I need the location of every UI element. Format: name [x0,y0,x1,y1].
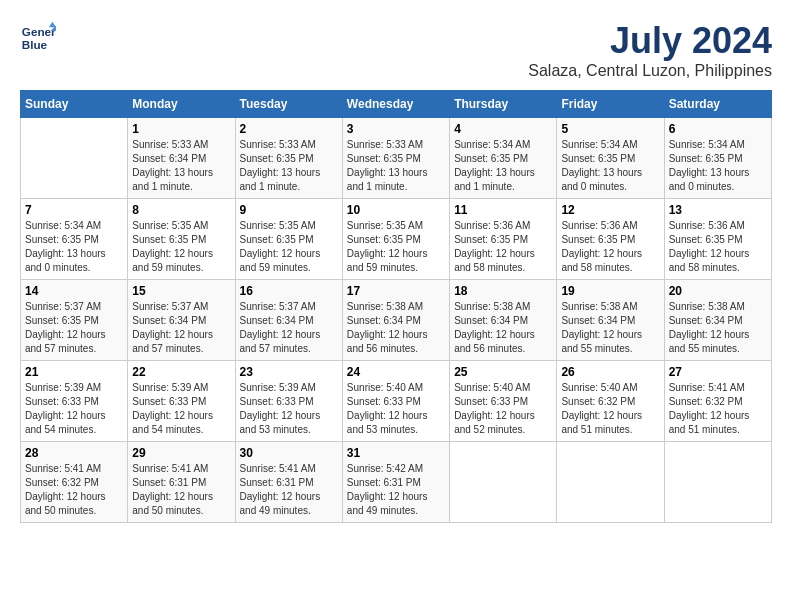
calendar-cell: 23Sunrise: 5:39 AMSunset: 6:33 PMDayligh… [235,361,342,442]
day-number: 9 [240,203,338,217]
page-header: General Blue July 2024 Salaza, Central L… [20,20,772,80]
day-number: 13 [669,203,767,217]
day-number: 7 [25,203,123,217]
day-header-friday: Friday [557,91,664,118]
day-number: 18 [454,284,552,298]
calendar-table: SundayMondayTuesdayWednesdayThursdayFrid… [20,90,772,523]
day-info: Sunrise: 5:42 AMSunset: 6:31 PMDaylight:… [347,462,445,518]
calendar-cell: 20Sunrise: 5:38 AMSunset: 6:34 PMDayligh… [664,280,771,361]
day-info: Sunrise: 5:41 AMSunset: 6:32 PMDaylight:… [25,462,123,518]
day-number: 23 [240,365,338,379]
calendar-cell: 28Sunrise: 5:41 AMSunset: 6:32 PMDayligh… [21,442,128,523]
day-number: 22 [132,365,230,379]
day-number: 27 [669,365,767,379]
header-row: SundayMondayTuesdayWednesdayThursdayFrid… [21,91,772,118]
day-info: Sunrise: 5:41 AMSunset: 6:31 PMDaylight:… [132,462,230,518]
calendar-cell: 19Sunrise: 5:38 AMSunset: 6:34 PMDayligh… [557,280,664,361]
day-info: Sunrise: 5:40 AMSunset: 6:33 PMDaylight:… [454,381,552,437]
day-number: 6 [669,122,767,136]
day-info: Sunrise: 5:35 AMSunset: 6:35 PMDaylight:… [132,219,230,275]
day-number: 4 [454,122,552,136]
calendar-cell: 6Sunrise: 5:34 AMSunset: 6:35 PMDaylight… [664,118,771,199]
day-number: 29 [132,446,230,460]
day-number: 8 [132,203,230,217]
day-number: 2 [240,122,338,136]
day-info: Sunrise: 5:36 AMSunset: 6:35 PMDaylight:… [561,219,659,275]
day-number: 1 [132,122,230,136]
day-number: 16 [240,284,338,298]
day-number: 10 [347,203,445,217]
day-header-monday: Monday [128,91,235,118]
title-block: July 2024 Salaza, Central Luzon, Philipp… [528,20,772,80]
calendar-cell [557,442,664,523]
day-number: 25 [454,365,552,379]
calendar-cell: 15Sunrise: 5:37 AMSunset: 6:34 PMDayligh… [128,280,235,361]
day-info: Sunrise: 5:34 AMSunset: 6:35 PMDaylight:… [454,138,552,194]
calendar-cell: 8Sunrise: 5:35 AMSunset: 6:35 PMDaylight… [128,199,235,280]
calendar-cell [21,118,128,199]
day-info: Sunrise: 5:35 AMSunset: 6:35 PMDaylight:… [347,219,445,275]
day-number: 17 [347,284,445,298]
calendar-cell: 11Sunrise: 5:36 AMSunset: 6:35 PMDayligh… [450,199,557,280]
calendar-cell: 10Sunrise: 5:35 AMSunset: 6:35 PMDayligh… [342,199,449,280]
calendar-cell: 27Sunrise: 5:41 AMSunset: 6:32 PMDayligh… [664,361,771,442]
day-number: 5 [561,122,659,136]
calendar-cell: 30Sunrise: 5:41 AMSunset: 6:31 PMDayligh… [235,442,342,523]
day-header-sunday: Sunday [21,91,128,118]
subtitle: Salaza, Central Luzon, Philippines [528,62,772,80]
day-number: 15 [132,284,230,298]
day-info: Sunrise: 5:41 AMSunset: 6:31 PMDaylight:… [240,462,338,518]
calendar-cell: 26Sunrise: 5:40 AMSunset: 6:32 PMDayligh… [557,361,664,442]
calendar-cell: 13Sunrise: 5:36 AMSunset: 6:35 PMDayligh… [664,199,771,280]
day-info: Sunrise: 5:37 AMSunset: 6:34 PMDaylight:… [132,300,230,356]
calendar-cell: 25Sunrise: 5:40 AMSunset: 6:33 PMDayligh… [450,361,557,442]
day-info: Sunrise: 5:34 AMSunset: 6:35 PMDaylight:… [25,219,123,275]
day-info: Sunrise: 5:39 AMSunset: 6:33 PMDaylight:… [132,381,230,437]
logo: General Blue [20,20,56,56]
calendar-cell: 12Sunrise: 5:36 AMSunset: 6:35 PMDayligh… [557,199,664,280]
day-number: 21 [25,365,123,379]
day-number: 30 [240,446,338,460]
calendar-cell: 1Sunrise: 5:33 AMSunset: 6:34 PMDaylight… [128,118,235,199]
logo-icon: General Blue [20,20,56,56]
calendar-cell: 9Sunrise: 5:35 AMSunset: 6:35 PMDaylight… [235,199,342,280]
calendar-cell: 7Sunrise: 5:34 AMSunset: 6:35 PMDaylight… [21,199,128,280]
day-number: 14 [25,284,123,298]
day-info: Sunrise: 5:37 AMSunset: 6:35 PMDaylight:… [25,300,123,356]
day-info: Sunrise: 5:36 AMSunset: 6:35 PMDaylight:… [669,219,767,275]
day-number: 24 [347,365,445,379]
calendar-cell: 31Sunrise: 5:42 AMSunset: 6:31 PMDayligh… [342,442,449,523]
day-info: Sunrise: 5:38 AMSunset: 6:34 PMDaylight:… [669,300,767,356]
calendar-cell: 18Sunrise: 5:38 AMSunset: 6:34 PMDayligh… [450,280,557,361]
day-info: Sunrise: 5:33 AMSunset: 6:35 PMDaylight:… [240,138,338,194]
day-header-thursday: Thursday [450,91,557,118]
day-info: Sunrise: 5:33 AMSunset: 6:35 PMDaylight:… [347,138,445,194]
week-row-3: 14Sunrise: 5:37 AMSunset: 6:35 PMDayligh… [21,280,772,361]
day-info: Sunrise: 5:37 AMSunset: 6:34 PMDaylight:… [240,300,338,356]
calendar-cell: 17Sunrise: 5:38 AMSunset: 6:34 PMDayligh… [342,280,449,361]
day-number: 31 [347,446,445,460]
day-info: Sunrise: 5:41 AMSunset: 6:32 PMDaylight:… [669,381,767,437]
week-row-5: 28Sunrise: 5:41 AMSunset: 6:32 PMDayligh… [21,442,772,523]
day-info: Sunrise: 5:33 AMSunset: 6:34 PMDaylight:… [132,138,230,194]
day-number: 19 [561,284,659,298]
day-info: Sunrise: 5:38 AMSunset: 6:34 PMDaylight:… [561,300,659,356]
day-info: Sunrise: 5:35 AMSunset: 6:35 PMDaylight:… [240,219,338,275]
week-row-2: 7Sunrise: 5:34 AMSunset: 6:35 PMDaylight… [21,199,772,280]
calendar-cell: 3Sunrise: 5:33 AMSunset: 6:35 PMDaylight… [342,118,449,199]
day-info: Sunrise: 5:38 AMSunset: 6:34 PMDaylight:… [454,300,552,356]
day-number: 11 [454,203,552,217]
calendar-cell [450,442,557,523]
calendar-cell [664,442,771,523]
day-info: Sunrise: 5:34 AMSunset: 6:35 PMDaylight:… [669,138,767,194]
day-info: Sunrise: 5:34 AMSunset: 6:35 PMDaylight:… [561,138,659,194]
day-info: Sunrise: 5:39 AMSunset: 6:33 PMDaylight:… [240,381,338,437]
week-row-1: 1Sunrise: 5:33 AMSunset: 6:34 PMDaylight… [21,118,772,199]
calendar-cell: 14Sunrise: 5:37 AMSunset: 6:35 PMDayligh… [21,280,128,361]
calendar-cell: 22Sunrise: 5:39 AMSunset: 6:33 PMDayligh… [128,361,235,442]
calendar-cell: 21Sunrise: 5:39 AMSunset: 6:33 PMDayligh… [21,361,128,442]
day-header-saturday: Saturday [664,91,771,118]
day-header-wednesday: Wednesday [342,91,449,118]
week-row-4: 21Sunrise: 5:39 AMSunset: 6:33 PMDayligh… [21,361,772,442]
calendar-cell: 16Sunrise: 5:37 AMSunset: 6:34 PMDayligh… [235,280,342,361]
